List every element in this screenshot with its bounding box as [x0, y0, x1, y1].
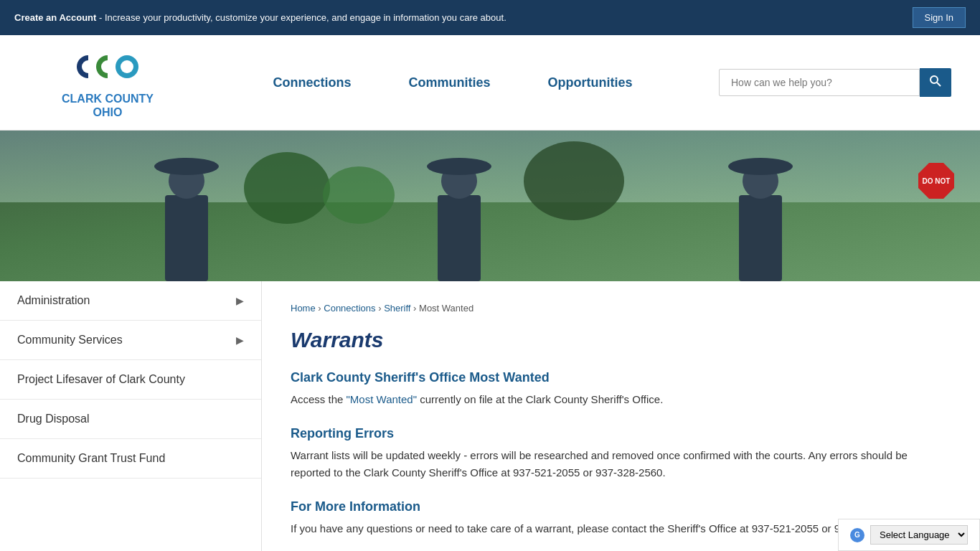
- svg-point-23: [728, 158, 793, 175]
- svg-point-7: [121, 60, 133, 73]
- svg-point-14: [524, 141, 624, 220]
- search-input[interactable]: [719, 69, 920, 96]
- logo-text: CLARK COUNTY OHIO: [62, 92, 154, 119]
- logo-svg: [75, 46, 140, 88]
- page-title: Warrants: [291, 328, 944, 352]
- sign-in-button[interactable]: Sign In: [913, 7, 966, 28]
- svg-line-9: [937, 83, 941, 86]
- sidebar-item-community-grant[interactable]: Community Grant Trust Fund: [0, 439, 261, 479]
- svg-point-20: [427, 158, 491, 175]
- sidebar-item-administration[interactable]: Administration ▶: [0, 281, 261, 321]
- search-area: [719, 68, 951, 97]
- search-button[interactable]: [920, 68, 951, 97]
- create-account-link[interactable]: Create an Account: [14, 12, 96, 23]
- cco-logo: [75, 46, 140, 88]
- section-most-wanted: Clark County Sheriff's Office Most Wante…: [291, 370, 944, 408]
- hero-overlay: DO NOT: [0, 131, 980, 281]
- svg-point-17: [154, 158, 219, 175]
- sidebar-label-administration: Administration: [17, 294, 90, 307]
- language-bar: G Select Language Spanish French: [838, 519, 980, 551]
- text-reporting-errors: Warrant lists will be updated weekly - e…: [291, 447, 944, 481]
- sidebar-label-project-lifesaver: Project Lifesaver of Clark County: [17, 373, 185, 385]
- breadcrumb-current: Most Wanted: [419, 303, 473, 314]
- breadcrumb: Home › Connections › Sheriff › Most Want…: [291, 303, 944, 314]
- language-select[interactable]: Select Language Spanish French: [870, 525, 968, 545]
- top-banner: Create an Account - Increase your produc…: [0, 0, 980, 35]
- svg-text:DO NOT: DO NOT: [923, 177, 951, 185]
- svg-rect-21: [739, 195, 782, 281]
- main-nav: Connections Communities Opportunities: [187, 75, 719, 90]
- nav-connections[interactable]: Connections: [273, 75, 351, 90]
- hero-image: DO NOT: [0, 131, 980, 281]
- breadcrumb-connections[interactable]: Connections: [324, 303, 375, 314]
- sidebar-item-project-lifesaver[interactable]: Project Lifesaver of Clark County: [0, 360, 261, 400]
- sidebar-item-drug-disposal[interactable]: Drug Disposal: [0, 400, 261, 439]
- text-most-wanted-after: currently on file at the Clark County Sh…: [417, 393, 663, 405]
- hero-svg: DO NOT: [0, 131, 980, 281]
- section-reporting-errors: Reporting Errors Warrant lists will be u…: [291, 426, 944, 481]
- sidebar-item-community-services[interactable]: Community Services ▶: [0, 321, 261, 360]
- banner-text: - Increase your productivity, customize …: [96, 12, 506, 23]
- search-icon: [930, 75, 941, 87]
- main-wrapper: Administration ▶ Community Services ▶ Pr…: [0, 281, 980, 551]
- sidebar: Administration ▶ Community Services ▶ Pr…: [0, 281, 262, 551]
- logo-line1: CLARK COUNTY: [62, 92, 154, 105]
- header: CLARK COUNTY OHIO Connections Communitie…: [0, 35, 980, 131]
- main-content: Home › Connections › Sheriff › Most Want…: [262, 281, 980, 551]
- breadcrumb-sep3: ›: [413, 303, 419, 314]
- svg-point-13: [323, 166, 395, 224]
- sidebar-label-community-services: Community Services: [17, 334, 123, 347]
- sidebar-label-drug-disposal: Drug Disposal: [17, 413, 89, 425]
- text-most-wanted-before: Access the: [291, 393, 347, 405]
- logo-area: CLARK COUNTY OHIO: [29, 46, 187, 119]
- svg-rect-15: [165, 195, 208, 281]
- sidebar-arrow-community-services: ▶: [236, 334, 244, 346]
- logo-line2: OHIO: [62, 105, 154, 119]
- svg-point-8: [930, 76, 938, 83]
- banner-message: Create an Account - Increase your produc…: [14, 12, 507, 23]
- text-most-wanted: Access the "Most Wanted" currently on fi…: [291, 391, 944, 408]
- heading-most-wanted: Clark County Sheriff's Office Most Wante…: [291, 370, 944, 385]
- nav-opportunities[interactable]: Opportunities: [548, 75, 633, 90]
- most-wanted-link[interactable]: "Most Wanted": [347, 393, 417, 405]
- heading-more-info: For More Information: [291, 499, 944, 514]
- translate-icon: G: [850, 528, 864, 542]
- svg-rect-18: [438, 195, 481, 281]
- breadcrumb-sheriff[interactable]: Sheriff: [384, 303, 410, 314]
- breadcrumb-sep2: ›: [378, 303, 384, 314]
- breadcrumb-home[interactable]: Home: [291, 303, 316, 314]
- sidebar-arrow-administration: ▶: [236, 295, 244, 306]
- sidebar-label-community-grant: Community Grant Trust Fund: [17, 452, 165, 464]
- svg-point-12: [244, 152, 330, 224]
- heading-reporting-errors: Reporting Errors: [291, 426, 944, 441]
- nav-communities[interactable]: Communities: [409, 75, 491, 90]
